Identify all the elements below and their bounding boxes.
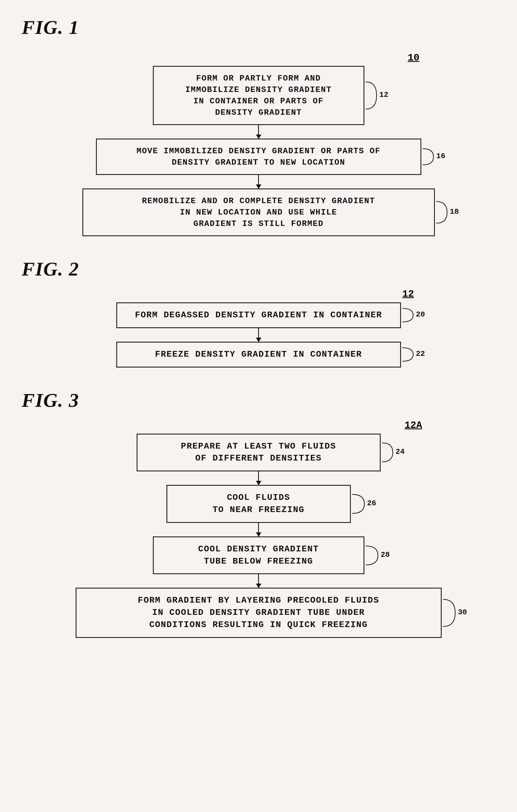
fig1-box18-row: REMOBILIZE AND OR COMPLETE DENSITY GRADI… [83, 188, 435, 236]
fig1-ref18-bracket: 18 [433, 199, 461, 226]
fig1-box-12: FORM OR PARTLY FORM AND IMMOBILIZE DENSI… [153, 66, 364, 125]
svg-text:12: 12 [379, 91, 389, 99]
fig1-area: 10 FORM OR PARTLY FORM AND IMMOBILIZE DE… [22, 47, 495, 236]
fig1-box12-row: FORM OR PARTLY FORM AND IMMOBILIZE DENSI… [153, 66, 364, 125]
fig2-box-22: FREEZE DENSITY GRADIENT IN CONTAINER [116, 342, 401, 368]
svg-text:16: 16 [436, 152, 446, 160]
page: FIG. 1 10 FORM OR PARTLY FORM AND IMMOBI… [0, 0, 517, 812]
fig3-arrow2 [258, 523, 259, 536]
fig1-arrow2 [258, 175, 259, 188]
fig1-box-16: MOVE IMMOBILIZED DENSITY GRADIENT OR PAR… [96, 139, 421, 175]
fig2-top-ref: 12 [402, 289, 414, 300]
fig1-label: FIG. 1 [22, 16, 79, 39]
fig2-arrow1 [258, 328, 259, 342]
fig3-top-ref: 12A [404, 420, 422, 431]
svg-text:18: 18 [450, 207, 459, 216]
fig3-ref30-bracket: 30 [440, 597, 470, 629]
fig3-box24-row: PREPARE AT LEAST TWO FLUIDS OF DIFFERENT… [136, 434, 381, 472]
fig2-box-20: FORM DEGASSED DENSITY GRADIENT IN CONTAI… [116, 302, 401, 328]
fig3-box-28: COOL DENSITY GRADIENT TUBE BELOW FREEZIN… [153, 536, 364, 574]
svg-text:24: 24 [396, 447, 405, 456]
fig1-section: FIG. 1 10 FORM OR PARTLY FORM AND IMMOBI… [22, 16, 495, 236]
svg-text:26: 26 [367, 499, 376, 508]
fig2-box22-row: FREEZE DENSITY GRADIENT IN CONTAINER 22 [116, 342, 401, 368]
fig3-box30-row: FORM GRADIENT BY LAYERING PRECOOLED FLUI… [75, 588, 442, 638]
fig2-area: 12 FORM DEGASSED DENSITY GRADIENT IN CON… [22, 289, 495, 368]
fig3-arrow3 [258, 574, 259, 588]
fig1-ref12-bracket: 12 [363, 79, 390, 112]
fig3-arrow1 [258, 471, 259, 485]
fig2-section: FIG. 2 12 FORM DEGASSED DENSITY GRADIENT… [22, 258, 495, 368]
fig1-ref16-bracket: 16 [420, 146, 447, 168]
fig1-flowchart: FORM OR PARTLY FORM AND IMMOBILIZE DENSI… [22, 66, 495, 236]
fig1-arrow1 [258, 125, 259, 139]
fig2-ref22-bracket: 22 [400, 345, 427, 364]
fig1-box16-row: MOVE IMMOBILIZED DENSITY GRADIENT OR PAR… [96, 139, 421, 175]
fig3-box-26: COOL FLUIDS TO NEAR FREEZING [166, 485, 351, 523]
fig3-ref24-bracket: 24 [379, 440, 406, 465]
fig2-label: FIG. 2 [22, 258, 79, 281]
svg-text:22: 22 [416, 350, 425, 358]
fig2-ref20-bracket: 20 [400, 306, 427, 325]
fig3-flowchart: PREPARE AT LEAST TWO FLUIDS OF DIFFERENT… [22, 434, 495, 638]
svg-text:30: 30 [458, 608, 467, 616]
fig3-box28-row: COOL DENSITY GRADIENT TUBE BELOW FREEZIN… [153, 536, 364, 574]
fig3-label: FIG. 3 [22, 389, 79, 412]
fig1-top-ref: 10 [408, 52, 419, 63]
fig3-box-30: FORM GRADIENT BY LAYERING PRECOOLED FLUI… [75, 588, 442, 638]
fig2-box20-row: FORM DEGASSED DENSITY GRADIENT IN CONTAI… [116, 302, 401, 328]
fig3-section: FIG. 3 12A PREPARE AT LEAST TWO FLUIDS O… [22, 389, 495, 638]
svg-text:20: 20 [416, 310, 425, 319]
fig3-box26-row: COOL FLUIDS TO NEAR FREEZING 26 [166, 485, 351, 523]
fig3-area: 12A PREPARE AT LEAST TWO FLUIDS OF DIFFE… [22, 420, 495, 638]
svg-text:28: 28 [381, 551, 390, 559]
fig3-box-24: PREPARE AT LEAST TWO FLUIDS OF DIFFERENT… [136, 434, 381, 472]
fig2-flowchart: FORM DEGASSED DENSITY GRADIENT IN CONTAI… [22, 302, 495, 368]
fig3-ref28-bracket: 28 [363, 543, 393, 568]
fig3-ref26-bracket: 26 [349, 492, 379, 516]
fig1-box-18: REMOBILIZE AND OR COMPLETE DENSITY GRADI… [83, 188, 435, 236]
